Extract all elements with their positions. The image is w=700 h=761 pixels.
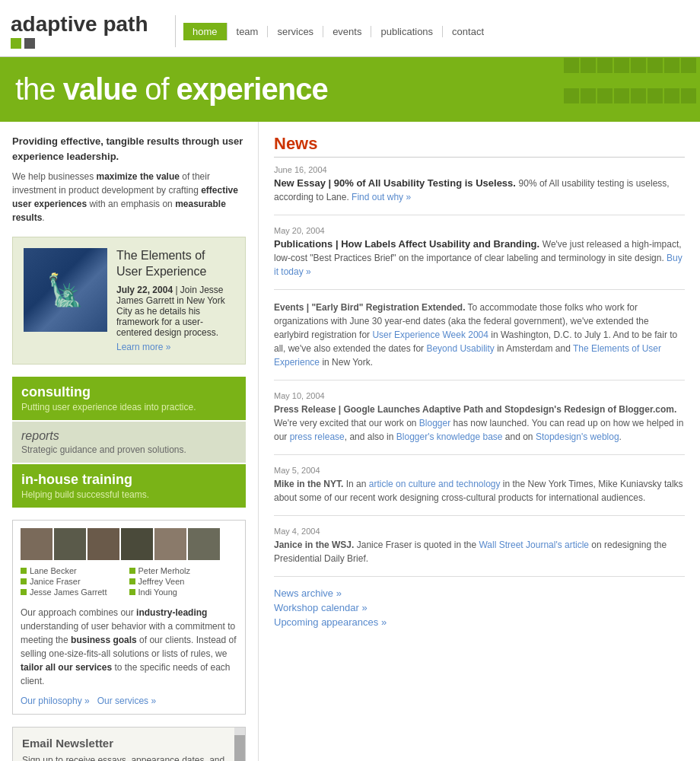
logo-square-dark bbox=[24, 38, 35, 49]
logo-icon bbox=[11, 38, 164, 49]
team-name-jeffrey: Jeffrey Veen bbox=[138, 577, 185, 586]
team-photo-3 bbox=[88, 528, 119, 560]
bullet-icon bbox=[129, 589, 135, 595]
news-link-blogger[interactable]: Blogger bbox=[419, 418, 450, 428]
team-names: Lane Becker Janice Fraser Jesse James Ga… bbox=[21, 566, 237, 598]
scroll-thumb bbox=[234, 735, 245, 761]
news-date-5: May 5, 2004 bbox=[274, 466, 685, 475]
philosophy-link[interactable]: Our philosophy » bbox=[21, 696, 90, 706]
about-text: Our approach combines our industry-leadi… bbox=[21, 606, 237, 688]
news-link-2[interactable]: Buy it today » bbox=[274, 253, 682, 277]
news-item-2: May 20, 2004 Publications | How Labels A… bbox=[274, 226, 685, 290]
hero-sq bbox=[614, 88, 629, 103]
hero-sq bbox=[648, 88, 663, 103]
consulting-title: consulting bbox=[21, 384, 237, 400]
news-title-2: Publications | How Labels Affect Usabili… bbox=[274, 238, 539, 250]
news-date-4: May 10, 2004 bbox=[274, 391, 685, 400]
nav-events[interactable]: events bbox=[323, 26, 371, 37]
news-item-1: June 16, 2004 New Essay | 90% of All Usa… bbox=[274, 165, 685, 215]
nav-team[interactable]: team bbox=[228, 26, 269, 37]
hero-sq bbox=[597, 88, 612, 103]
news-item-6: May 4, 2004 Janice in the WSJ. Janice Fr… bbox=[274, 527, 685, 577]
hero-experience: experience bbox=[177, 72, 328, 106]
reports-desc: Strategic guidance and proven solutions. bbox=[21, 444, 237, 455]
bullet-icon bbox=[21, 578, 27, 584]
inhouse-desc: Helping build successful teams. bbox=[21, 489, 237, 500]
service-inhouse[interactable]: in-house training Helping build successf… bbox=[12, 464, 246, 508]
logo-area: adaptive path bbox=[0, 6, 175, 56]
logo-text-path: path bbox=[103, 12, 148, 36]
hero-sq bbox=[664, 58, 679, 73]
hero-sq bbox=[581, 88, 596, 103]
hero-sq bbox=[664, 88, 679, 103]
newsletter-body: Sign up to receive essays, appearance da… bbox=[22, 754, 236, 761]
team-photo-6 bbox=[188, 528, 220, 560]
newsletter-section: Email Newsletter Sign up to receive essa… bbox=[12, 727, 246, 761]
news-link-press[interactable]: press release bbox=[290, 431, 345, 442]
upcoming-appearances-link[interactable]: Upcoming appearances » bbox=[274, 616, 685, 628]
service-reports[interactable]: reports Strategic guidance and proven so… bbox=[12, 422, 246, 463]
featured-event: 🗽 The Elements ofUser Experience July 22… bbox=[12, 237, 246, 365]
news-link-nyt[interactable]: article on culture and technology bbox=[369, 479, 501, 489]
statue-of-liberty-icon: 🗽 bbox=[24, 248, 107, 332]
news-link-ux-week[interactable]: User Experience Week 2004 bbox=[372, 330, 488, 340]
nav-publications[interactable]: publications bbox=[371, 26, 443, 37]
hero-sq bbox=[681, 88, 696, 103]
news-footer: News archive » Workshop calendar » Upcom… bbox=[274, 587, 685, 628]
right-column: News June 16, 2004 New Essay | 90% of Al… bbox=[259, 122, 700, 761]
hero-the: the bbox=[15, 72, 63, 106]
news-link-beyond[interactable]: Beyond Usability bbox=[426, 343, 494, 354]
team-photos bbox=[21, 528, 237, 560]
news-link-stopdesign[interactable]: Stopdesign's weblog bbox=[536, 431, 619, 442]
news-link-kb[interactable]: Blogger's knowledge base bbox=[396, 431, 503, 442]
team-name-lane: Lane Becker bbox=[30, 566, 77, 575]
team-name-peter: Peter Merholz bbox=[138, 566, 190, 575]
news-title-1: New Essay | 90% of All Usability Testing… bbox=[274, 177, 516, 189]
news-item-3: Events | "Early Bird" Registration Exten… bbox=[274, 301, 685, 380]
team-name-janice: Janice Fraser bbox=[30, 577, 81, 586]
bullet-icon bbox=[21, 589, 27, 595]
news-date-1: June 16, 2004 bbox=[274, 165, 685, 174]
hero-decorative-squares bbox=[563, 57, 700, 118]
team-col2: Peter Merholz Jeffrey Veen Indi Young bbox=[129, 566, 238, 598]
team-col1: Lane Becker Janice Fraser Jesse James Ga… bbox=[21, 566, 129, 598]
team-member-jesse: Jesse James Garrett bbox=[21, 587, 129, 597]
intro-body: We help businesses maximize the value of… bbox=[12, 170, 246, 224]
hero-sq bbox=[564, 58, 579, 73]
news-body-6: Janice in the WSJ. Janice Fraser is quot… bbox=[274, 538, 685, 565]
logo-text: adaptive path bbox=[11, 14, 164, 35]
service-consulting[interactable]: consulting Putting user experience ideas… bbox=[12, 377, 246, 420]
team-photo-4 bbox=[121, 528, 153, 560]
nav-home[interactable]: home bbox=[183, 23, 228, 40]
news-link-1[interactable]: Find out why » bbox=[352, 192, 411, 202]
hero-sq bbox=[631, 58, 646, 73]
hero-sq bbox=[681, 58, 696, 73]
featured-date: July 22, 2004 | Join Jesse James Garrett… bbox=[116, 285, 234, 338]
featured-image: 🗽 bbox=[24, 248, 107, 332]
team-member-janice: Janice Fraser bbox=[21, 577, 129, 586]
news-header: News bbox=[274, 134, 685, 158]
hero-sq bbox=[581, 58, 596, 73]
logo-square-green bbox=[11, 38, 21, 49]
reports-title: reports bbox=[21, 429, 237, 443]
main-content: Providing effective, tangible results th… bbox=[0, 122, 700, 761]
featured-text: The Elements ofUser Experience July 22, … bbox=[116, 248, 234, 353]
news-archive-link[interactable]: News archive » bbox=[274, 587, 685, 599]
nav-contact[interactable]: contact bbox=[443, 26, 493, 37]
featured-learn-more-link[interactable]: Learn more » bbox=[116, 342, 170, 352]
news-body-5: Mike in the NYT. In an article on cultur… bbox=[274, 477, 685, 505]
news-link-wsj[interactable]: Wall Street Journal's article bbox=[479, 540, 589, 550]
header: adaptive path home team services events … bbox=[0, 0, 700, 57]
left-column: Providing effective, tangible results th… bbox=[0, 122, 259, 761]
services-link[interactable]: Our services » bbox=[97, 696, 156, 706]
inhouse-title: in-house training bbox=[21, 472, 237, 488]
team-photo-2 bbox=[54, 528, 86, 560]
services-section: consulting Putting user experience ideas… bbox=[12, 377, 246, 508]
team-name-indi: Indi Young bbox=[138, 587, 177, 597]
nav-services[interactable]: services bbox=[268, 26, 323, 37]
news-date-2: May 20, 2004 bbox=[274, 226, 685, 235]
workshop-calendar-link[interactable]: Workshop calendar » bbox=[274, 602, 685, 613]
hero-sq bbox=[631, 88, 646, 103]
team-photo-5 bbox=[154, 528, 186, 560]
hero-of: of bbox=[137, 72, 177, 106]
